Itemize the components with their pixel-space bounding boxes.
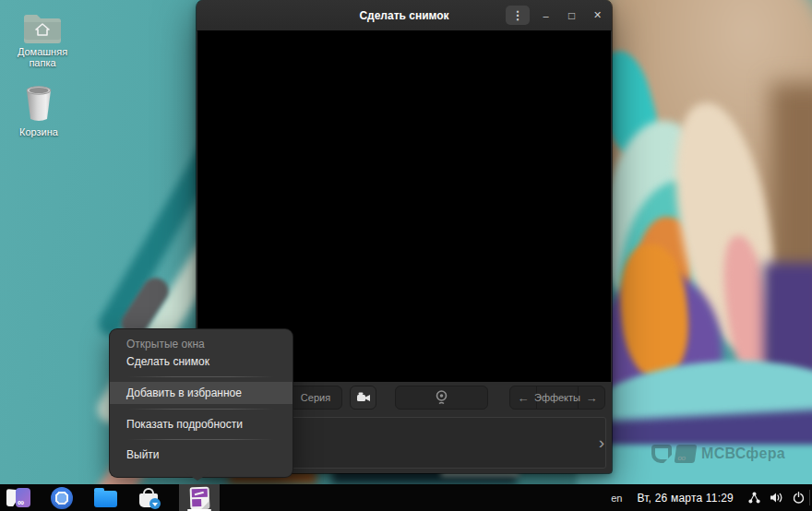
volume-icon[interactable] bbox=[770, 492, 783, 504]
cheese-app-icon bbox=[189, 486, 209, 509]
menu-item-take-photo-window[interactable]: Сделать снимок bbox=[110, 351, 293, 372]
desktop-icon-label: Домашняя папка bbox=[7, 46, 78, 68]
clock-date[interactable]: Вт, 26 марта 11:29 bbox=[637, 492, 734, 505]
take-photo-button[interactable] bbox=[395, 386, 488, 410]
files-folder-icon bbox=[94, 491, 117, 507]
home-folder-icon bbox=[21, 12, 64, 43]
menu-item-show-details[interactable]: Показать подробности bbox=[110, 414, 293, 434]
power-icon[interactable] bbox=[793, 492, 805, 504]
minimize-button[interactable]: – bbox=[536, 6, 555, 25]
taskbar-item-cheese-active[interactable] bbox=[179, 484, 220, 511]
effects-next-button[interactable]: → bbox=[579, 386, 604, 409]
video-camera-button[interactable] bbox=[350, 386, 376, 410]
desktop: oo МСВСфера Домашняя папка Корзина Сдела… bbox=[0, 0, 812, 511]
start-menu-button[interactable]: ∞ bbox=[6, 485, 31, 510]
download-badge-icon bbox=[149, 498, 161, 509]
taskbar-item-software[interactable] bbox=[136, 485, 161, 510]
burst-mode-button[interactable]: Серия bbox=[289, 386, 342, 410]
chromium-icon bbox=[51, 487, 73, 509]
window-controls: ⋮ – □ ✕ bbox=[506, 6, 607, 25]
window-titlebar[interactable]: Сделать снимок ⋮ – □ ✕ bbox=[197, 0, 612, 31]
menu-separator bbox=[128, 439, 274, 440]
effects-group: ← Эффекты → bbox=[509, 386, 605, 410]
show-desktop-edge[interactable] bbox=[809, 490, 810, 505]
msvsphere-start-icon: ∞ bbox=[6, 488, 30, 507]
keyboard-layout-indicator[interactable]: en bbox=[611, 493, 622, 504]
menu-separator bbox=[128, 409, 274, 410]
trash-icon bbox=[20, 83, 57, 124]
context-menu-header-open-windows: Открытые окна bbox=[110, 335, 293, 351]
taskbar-item-chromium[interactable] bbox=[49, 485, 75, 510]
context-menu-arrow bbox=[184, 471, 211, 481]
msvsphere-logo-solid-icon: oo bbox=[675, 445, 698, 463]
menu-item-quit[interactable]: Выйти bbox=[110, 445, 293, 465]
webcam-icon bbox=[435, 390, 448, 405]
watermark-text: МСВСфера bbox=[701, 446, 785, 462]
network-icon[interactable] bbox=[748, 492, 760, 504]
taskbar-status-area: en Вт, 26 марта 11:29 bbox=[611, 484, 805, 511]
effects-button[interactable]: Эффекты bbox=[536, 386, 579, 409]
msvsphere-logo-outline-icon bbox=[651, 445, 672, 463]
menu-item-add-to-favorites[interactable]: Добавить в избранное bbox=[110, 382, 293, 404]
desktop-icon-home-folder[interactable]: Домашняя папка bbox=[7, 12, 78, 68]
desktop-icon-trash[interactable]: Корзина bbox=[4, 83, 74, 137]
close-button[interactable]: ✕ bbox=[588, 6, 607, 25]
desktop-icon-label: Корзина bbox=[19, 126, 58, 137]
video-camera-icon bbox=[356, 392, 371, 403]
msvsphere-watermark: oo МСВСфера bbox=[651, 445, 785, 463]
gallery-expand-button[interactable]: › bbox=[595, 432, 608, 453]
system-tray bbox=[748, 492, 805, 504]
dock-context-menu: Открытые окна Сделать снимок Добавить в … bbox=[109, 328, 293, 478]
taskbar-item-files[interactable] bbox=[92, 485, 118, 510]
software-store-icon bbox=[139, 493, 158, 507]
taskbar: ∞ en Вт, bbox=[0, 484, 812, 511]
menu-separator bbox=[128, 376, 274, 377]
effects-prev-button[interactable]: ← bbox=[510, 386, 536, 409]
maximize-button[interactable]: □ bbox=[562, 6, 581, 25]
taskbar-apps: ∞ bbox=[6, 484, 220, 511]
hamburger-menu-button[interactable]: ⋮ bbox=[506, 6, 530, 25]
